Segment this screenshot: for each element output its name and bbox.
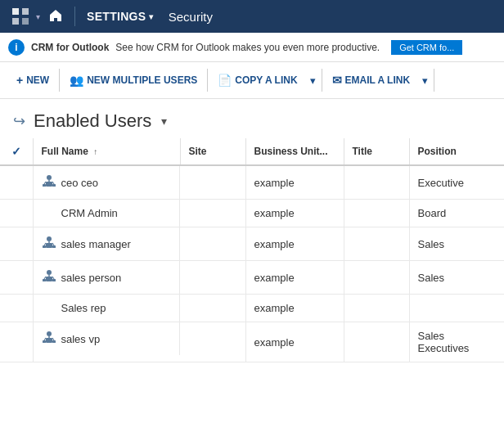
svg-rect-24 [52, 279, 56, 281]
col-business-unit[interactable]: Business Unit... [245, 138, 344, 165]
fullname-text: Sales rep [61, 302, 106, 314]
row-site [180, 200, 245, 227]
svg-rect-5 [46, 182, 52, 187]
svg-rect-10 [52, 184, 56, 187]
home-button[interactable] [42, 8, 70, 25]
check-header-icon: ✓ [11, 145, 21, 158]
sort-asc-icon: ↑ [93, 147, 97, 156]
new-label: NEW [26, 74, 49, 86]
top-navigation: ▾ SETTINGS ▾ Security [0, 0, 504, 33]
table-row[interactable]: CRM AdminexampleBoard [0, 200, 504, 227]
row-check[interactable] [0, 227, 33, 261]
settings-nav[interactable]: SETTINGS ▾ [80, 10, 160, 23]
email-label: EMAIL A LINK [345, 74, 411, 86]
svg-line-14 [44, 243, 46, 245]
row-fullname: sales person [34, 261, 181, 294]
svg-rect-12 [46, 243, 52, 248]
row-site [180, 295, 245, 322]
svg-rect-22 [43, 279, 46, 281]
svg-rect-19 [46, 277, 52, 281]
row-business-unit: example [245, 200, 344, 227]
svg-rect-15 [43, 245, 46, 248]
svg-line-28 [44, 338, 46, 340]
title-chevron[interactable]: ▾ [161, 115, 167, 128]
copy-link-dropdown[interactable]: ▾ [306, 70, 320, 91]
fullname-text: sales person [61, 272, 122, 284]
svg-line-21 [44, 277, 46, 279]
row-check[interactable] [0, 261, 33, 295]
svg-rect-3 [22, 18, 29, 25]
svg-line-7 [44, 182, 46, 184]
new-button[interactable]: + NEW [8, 70, 57, 91]
svg-point-11 [47, 236, 52, 241]
row-site [180, 322, 245, 362]
svg-point-18 [47, 270, 52, 275]
email-icon: ✉ [332, 74, 342, 87]
row-position: Executive [409, 165, 504, 200]
settings-chevron: ▾ [149, 12, 153, 21]
user-hierarchy-icon [42, 330, 56, 348]
row-title [344, 165, 409, 200]
user-hierarchy-icon [42, 173, 56, 191]
svg-line-16 [52, 243, 54, 245]
crm-banner: i CRM for Outlook See how CRM for Outloo… [0, 33, 504, 62]
svg-rect-1 [22, 8, 29, 15]
row-fullname: Sales rep [34, 295, 181, 322]
svg-line-30 [52, 338, 54, 340]
row-fullname: sales vp [34, 322, 181, 355]
toolbar: + NEW 👥 NEW MULTIPLE USERS 📄 COPY A LINK… [0, 62, 504, 99]
fullname-text: ceo ceo [61, 177, 99, 189]
fullname-text: sales vp [61, 333, 101, 345]
table-row[interactable]: Sales repexample [0, 295, 504, 322]
col-site[interactable]: Site [180, 138, 245, 165]
settings-label: SETTINGS [87, 10, 146, 23]
svg-rect-2 [12, 18, 19, 25]
banner-message: See how CRM for Outlook makes you even m… [115, 42, 380, 53]
copy-link-button[interactable]: 📄 COPY A LINK [209, 70, 305, 91]
row-business-unit: example [245, 322, 344, 362]
copy-link-group: 📄 COPY A LINK ▾ [209, 70, 319, 91]
row-title [344, 200, 409, 227]
svg-rect-31 [52, 340, 56, 343]
row-site [180, 261, 245, 295]
svg-rect-8 [43, 184, 46, 187]
col-title[interactable]: Title [344, 138, 409, 165]
nav-divider [74, 7, 75, 26]
logo-chevron[interactable]: ▾ [34, 12, 42, 21]
col-check[interactable]: ✓ [0, 138, 33, 165]
row-check[interactable] [0, 295, 33, 322]
row-position [409, 295, 504, 322]
table-row[interactable]: ceo ceoexampleExecutive [0, 165, 504, 200]
fullname-text: sales manager [61, 238, 131, 250]
toolbar-divider-1 [59, 69, 60, 92]
row-title [344, 322, 409, 362]
page-nav-title: Security [160, 10, 221, 24]
page-title: Enabled Users [34, 110, 151, 132]
logo[interactable] [7, 7, 34, 25]
row-check[interactable] [0, 165, 33, 200]
users-table-container: ✓ Full Name ↑ Site Business Unit... Titl… [0, 138, 504, 362]
row-position: Sales [409, 261, 504, 295]
col-position[interactable]: Position [409, 138, 504, 165]
email-link-dropdown[interactable]: ▾ [418, 70, 432, 91]
table-row[interactable]: sales managerexampleSales [0, 227, 504, 261]
row-business-unit: example [245, 261, 344, 295]
row-business-unit: example [245, 165, 344, 200]
table-row[interactable]: sales vpexampleSales Executives [0, 322, 504, 362]
svg-line-9 [52, 182, 54, 184]
user-hierarchy-icon [42, 235, 56, 253]
row-fullname: ceo ceo [34, 166, 181, 199]
row-check[interactable] [0, 322, 33, 362]
email-link-button[interactable]: ✉ EMAIL A LINK [324, 70, 419, 91]
new-multiple-button[interactable]: 👥 NEW MULTIPLE USERS [61, 70, 205, 91]
get-crm-button[interactable]: Get CRM fo... [391, 40, 462, 55]
table-row[interactable]: sales personexampleSales [0, 261, 504, 295]
users-icon: 👥 [70, 74, 83, 87]
row-fullname: sales manager [34, 227, 181, 260]
col-fullname[interactable]: Full Name ↑ [33, 138, 180, 165]
row-title [344, 227, 409, 261]
row-site [180, 227, 245, 261]
row-business-unit: example [245, 295, 344, 322]
row-check[interactable] [0, 200, 33, 227]
plus-icon: + [16, 74, 23, 87]
